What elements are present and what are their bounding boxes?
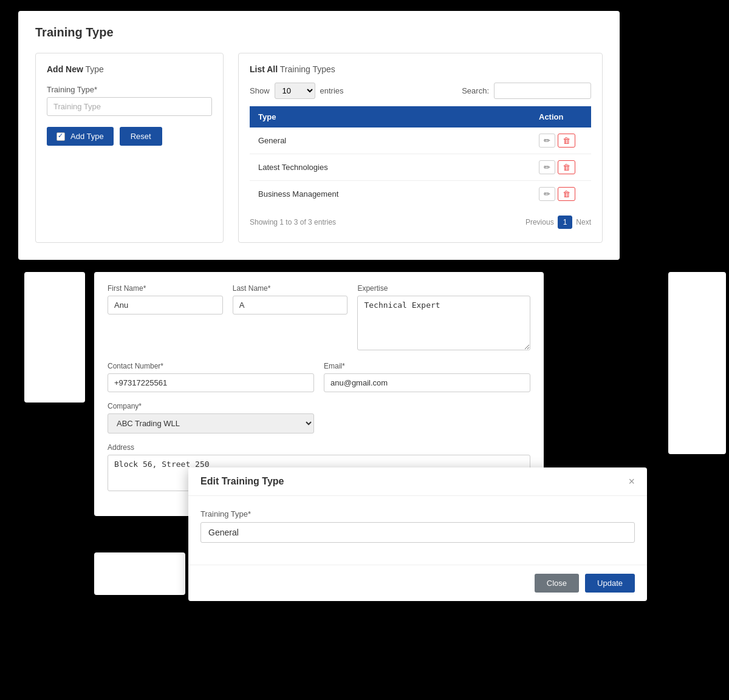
show-entries: Show 10 25 50 entries [250,83,344,99]
add-new-box: Add New Type Training Type* Add Type Res… [35,53,224,243]
edit-button[interactable]: ✏ [539,160,555,174]
modal-body: Training Type* [188,496,647,565]
list-box: List All Training Types Show 10 25 50 en… [238,53,603,243]
contact-input[interactable] [108,373,314,392]
address-label: Address [108,443,530,452]
action-buttons: ✏ 🗑 [539,160,583,174]
edit-modal: Edit Training Type × Training Type* Clos… [188,467,647,601]
type-cell: Business Management [250,181,530,208]
reset-button[interactable]: Reset [120,127,162,146]
first-name-group: First Name* [108,284,223,352]
action-cell: ✏ 🗑 [530,127,591,154]
modal-training-type-input[interactable] [200,522,635,543]
last-name-input[interactable] [233,296,348,314]
modal-header: Edit Training Type × [188,467,647,496]
table-row: Business Management ✏ 🗑 [250,181,591,208]
list-title: List All Training Types [250,64,591,74]
modal-training-type-group: Training Type* [200,509,635,543]
first-name-input[interactable] [108,296,223,314]
modal-footer: Close Update [188,565,647,601]
page-title: Training Type [35,25,603,39]
bottom-left-stub [94,552,185,595]
name-row: First Name* Last Name* Expertise Technic… [108,284,530,352]
add-form-buttons: Add Type Reset [47,127,212,146]
search-input[interactable] [494,83,591,99]
company-select[interactable]: ABC Trading WLL [108,413,314,433]
last-name-label: Last Name* [233,284,348,293]
modal-title: Edit Training Type [200,476,284,487]
action-buttons: ✏ 🗑 [539,187,583,201]
training-type-label: Training Type* [47,85,212,94]
col-action-header: Action [530,106,591,127]
expertise-group: Expertise Technical Expert [357,284,530,352]
modal-training-type-label: Training Type* [200,509,635,518]
delete-button[interactable]: 🗑 [558,160,575,174]
type-cell: General [250,127,530,154]
next-button[interactable]: Next [576,218,591,226]
entries-select[interactable]: 10 25 50 [275,83,315,99]
action-cell: ✏ 🗑 [530,154,591,181]
last-name-group: Last Name* [233,284,348,352]
contact-label: Contact Number* [108,362,314,370]
company-group: Company* ABC Trading WLL [108,402,314,433]
contact-row: Contact Number* Email* [108,362,530,392]
prev-button[interactable]: Previous [525,218,554,226]
right-stub [668,272,726,454]
company-label: Company* [108,402,314,410]
add-type-button[interactable]: Add Type [47,127,114,146]
email-group: Email* [324,362,530,392]
add-new-title: Add New Type [47,64,212,74]
page-1-button[interactable]: 1 [558,216,573,229]
pagination: Previous 1 Next [525,216,591,229]
delete-button[interactable]: 🗑 [558,134,575,148]
search-box: Search: [462,83,591,99]
table-controls: Show 10 25 50 entries Search: [250,83,591,99]
training-types-table: Type Action General ✏ 🗑 Latest Technolog… [250,106,591,207]
table-header-row: Type Action [250,106,591,127]
check-icon [56,132,65,141]
training-type-form-group: Training Type* [47,85,212,116]
sidebar-stub [24,272,85,403]
type-cell: Latest Technologies [250,154,530,181]
edit-button[interactable]: ✏ [539,134,555,148]
email-input[interactable] [324,373,530,392]
modal-close-x-button[interactable]: × [628,476,635,487]
expertise-label: Expertise [357,284,530,293]
edit-button[interactable]: ✏ [539,187,555,201]
action-cell: ✏ 🗑 [530,181,591,208]
table-row: General ✏ 🗑 [250,127,591,154]
table-footer: Showing 1 to 3 of 3 entries Previous 1 N… [250,216,591,229]
table-row: Latest Technologies ✏ 🗑 [250,154,591,181]
main-panel: Training Type Add New Type Training Type… [18,11,620,260]
contact-number-group: Contact Number* [108,362,314,392]
expertise-textarea[interactable]: Technical Expert [357,296,530,350]
delete-button[interactable]: 🗑 [558,187,575,201]
email-label: Email* [324,362,530,370]
modal-update-button[interactable]: Update [585,574,635,593]
first-name-label: First Name* [108,284,223,293]
modal-close-button[interactable]: Close [535,574,579,593]
showing-text: Showing 1 to 3 of 3 entries [250,218,336,226]
training-type-input[interactable] [47,97,212,116]
action-buttons: ✏ 🗑 [539,134,583,148]
company-row: Company* ABC Trading WLL [108,402,530,433]
col-type-header: Type [250,106,530,127]
